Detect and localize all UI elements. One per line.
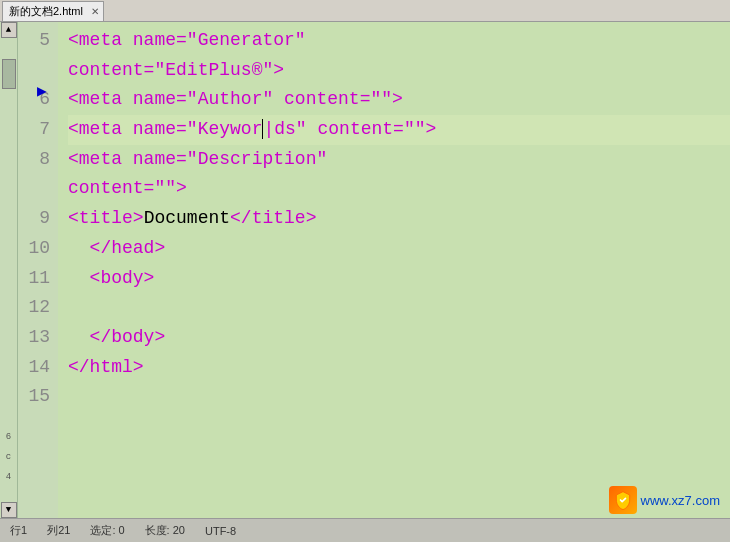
tab-close-button[interactable]: ✕ <box>91 6 99 17</box>
watermark-icon <box>609 486 637 514</box>
scroll-label-6: 6 <box>2 432 16 442</box>
code-line-7: <meta name="Keywor|ds" content=""> <box>68 115 730 145</box>
editor-tab[interactable]: 新的文档2.html ✕ <box>2 1 104 21</box>
vertical-scrollbar[interactable]: ▲ 6 c 4 ▼ <box>0 22 18 518</box>
line-num-11: 11 <box>18 264 50 294</box>
scroll-track[interactable]: 6 c 4 <box>1 38 17 502</box>
tab-label: 新的文档2.html <box>9 4 83 19</box>
code-editor[interactable]: <meta name="Generator" content="EditPlus… <box>58 22 730 518</box>
line-num-5: 5 <box>18 26 50 56</box>
line-num-7: 7 <box>18 115 50 145</box>
editor-container: ▲ 6 c 4 ▼ ▶ 5 6 7 8 9 10 11 12 13 14 15 <box>0 22 730 518</box>
code-line-9: <title>Document</title> <box>68 204 730 234</box>
code-line-15 <box>68 382 730 412</box>
status-selection: 选定: 0 <box>90 523 124 538</box>
status-length: 长度: 20 <box>145 523 185 538</box>
code-line-5: <meta name="Generator" <box>68 26 730 56</box>
code-line-8-cont: content=""> <box>68 174 730 204</box>
status-row: 行1 <box>10 523 27 538</box>
line-num-12: 12 <box>18 293 50 323</box>
line-num-10: 10 <box>18 234 50 264</box>
status-col: 列21 <box>47 523 70 538</box>
tab-bar: 新的文档2.html ✕ <box>0 0 730 22</box>
scroll-label-4: 4 <box>2 472 16 482</box>
line-num-14: 14 <box>18 353 50 383</box>
watermark-url: www.xz7.com <box>641 493 720 508</box>
scroll-down-arrow[interactable]: ▼ <box>1 502 17 518</box>
line-num-9: 9 <box>18 204 50 234</box>
code-line-5-cont: content="EditPlus®"> <box>68 56 730 86</box>
line-num-8: 8 <box>18 145 50 175</box>
code-line-10: </head> <box>68 234 730 264</box>
code-line-13: </body> <box>68 323 730 353</box>
status-bar: 行1 列21 选定: 0 长度: 20 UTF-8 <box>0 518 730 542</box>
line-num-13: 13 <box>18 323 50 353</box>
line-num-15: 15 <box>18 382 50 412</box>
scroll-up-arrow[interactable]: ▲ <box>1 22 17 38</box>
status-encoding: UTF-8 <box>205 525 236 537</box>
code-line-8: <meta name="Description" <box>68 145 730 175</box>
line-num-blank2 <box>18 174 50 204</box>
code-line-12 <box>68 293 730 323</box>
watermark: www.xz7.com <box>609 486 720 514</box>
code-line-11: <body> <box>68 264 730 294</box>
scroll-label-c: c <box>2 452 16 462</box>
code-line-6: <meta name="Author" content=""> <box>68 85 730 115</box>
current-line-indicator: ▶ <box>37 79 47 105</box>
code-line-14: </html> <box>68 353 730 383</box>
scroll-thumb[interactable] <box>2 59 16 89</box>
